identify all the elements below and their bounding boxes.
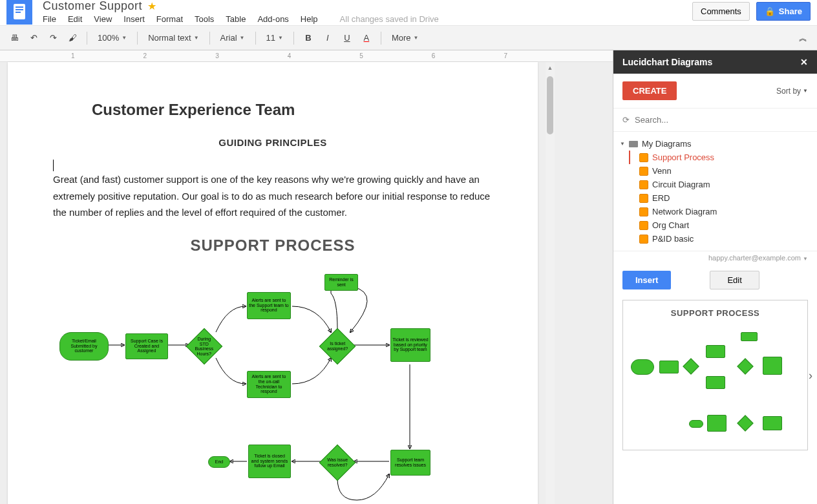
tree-item-pid[interactable]: P&ID basic [620, 232, 811, 246]
separator [137, 32, 138, 45]
search-input[interactable] [635, 111, 808, 129]
flow-closed: Ticket is closed and system sends follow… [248, 445, 291, 478]
title-block: Customer Support ★ File Edit View Insert… [43, 0, 692, 24]
next-preview-icon[interactable]: › [809, 368, 812, 382]
document-area: 1 2 3 4 5 6 7 Customer Experience Team G… [0, 50, 613, 504]
diagram-icon [639, 180, 648, 189]
preview-title: SUPPORT PROCESS [628, 308, 802, 318]
menu-tools[interactable]: Tools [195, 14, 214, 24]
tree-item-circuit[interactable]: Circuit Diagram [620, 178, 811, 191]
docs-logo[interactable] [6, 0, 32, 25]
tree-item-label: Circuit Diagram [652, 180, 710, 189]
diagram-icon [639, 153, 648, 162]
ruler-tick: 4 [288, 52, 292, 59]
redo-icon[interactable]: ↷ [45, 30, 61, 46]
diagram-icon [639, 235, 648, 244]
tree-item-orgchart[interactable]: Org Chart [620, 218, 811, 232]
underline-icon[interactable]: U [339, 30, 355, 46]
menu-edit[interactable]: Edit [68, 14, 82, 24]
flow-reviewed: Ticket is reviewed based on priority by … [390, 328, 430, 362]
ruler-tick: 6 [432, 52, 436, 59]
tree-item-network[interactable]: Network Diagram [620, 205, 811, 218]
menu-help[interactable]: Help [301, 14, 318, 24]
italic-icon[interactable]: I [320, 30, 335, 46]
flow-assigned-decision: Is ticket assigned? [319, 328, 356, 364]
menu-format[interactable]: Format [156, 14, 183, 24]
font-size-combo[interactable]: 11▼ [262, 33, 287, 43]
tree-item-label: P&ID basic [652, 234, 694, 244]
section-heading: SUPPORT PROCESS [53, 236, 493, 255]
tree-item-erd[interactable]: ERD [620, 191, 811, 205]
ruler[interactable]: 1 2 3 4 5 6 7 [0, 50, 613, 62]
zoom-combo[interactable]: 100%▼ [94, 33, 131, 43]
paint-format-icon[interactable]: 🖌 [65, 30, 80, 46]
separator [255, 32, 256, 45]
bold-icon[interactable]: B [301, 30, 316, 46]
diagram-icon [639, 221, 648, 230]
create-button[interactable]: CREATE [622, 81, 677, 100]
sortby-dropdown[interactable]: Sort by▼ [776, 87, 808, 96]
sidebar-title: Lucidchart Diagrams [622, 57, 712, 67]
flow-start: Ticket/Email Submitted by customer [59, 332, 109, 361]
flow-alert-support: Alerts are sent to the Support team to r… [247, 292, 291, 319]
doc-title[interactable]: Customer Support [43, 0, 142, 13]
tree-item-venn[interactable]: Venn [620, 164, 811, 178]
close-icon[interactable]: ✕ [800, 57, 808, 67]
font-combo[interactable]: Arial▼ [217, 33, 249, 43]
svg-rect-1 [16, 6, 23, 8]
lock-icon: 🔒 [765, 6, 775, 16]
preview-canvas [628, 326, 802, 442]
disclosure-icon[interactable]: ▼ [620, 141, 625, 147]
separator [293, 32, 294, 45]
diagram-preview[interactable]: SUPPORT PROCESS › [622, 300, 808, 450]
flowchart-diagram[interactable]: Ticket/Email Submitted by customer Suppo… [53, 274, 493, 505]
menu-file[interactable]: File [43, 14, 56, 24]
tree-item-support-process[interactable]: Support Process [620, 151, 811, 164]
tree-folder[interactable]: ▼ My Diagrams [620, 137, 811, 151]
comments-button[interactable]: Comments [692, 2, 750, 21]
menu-addons[interactable]: Add-ons [257, 14, 288, 24]
lucidchart-sidebar: Lucidchart Diagrams ✕ CREATE Sort by▼ ⟳ … [613, 50, 817, 504]
page-heading: Customer Experience Team [92, 101, 493, 119]
tree-item-label: Venn [652, 166, 672, 176]
diagram-icon [639, 194, 648, 203]
diagram-icon [639, 207, 648, 216]
print-icon[interactable]: 🖶 [6, 30, 22, 46]
text-cursor [53, 160, 54, 171]
insert-button[interactable]: Insert [622, 271, 671, 289]
share-button[interactable]: 🔒 Share [756, 2, 811, 21]
flow-alert-oncall: Alerts are sent to the on-call Technicia… [247, 371, 291, 398]
flow-resolves: Support team resolves issues [390, 450, 430, 476]
menu-insert[interactable]: Insert [123, 14, 145, 24]
ruler-tick: 1 [71, 52, 75, 59]
separator [209, 32, 210, 45]
star-icon[interactable]: ★ [147, 0, 156, 12]
flow-hours-decision: During STD Business Hours? [186, 328, 223, 364]
tree-item-label: Org Chart [652, 220, 689, 230]
scrollbar[interactable]: ▲ [546, 62, 555, 504]
scroll-thumb[interactable] [547, 76, 553, 134]
scroll-up-icon[interactable]: ▲ [547, 65, 553, 71]
undo-icon[interactable]: ↶ [26, 30, 41, 46]
sidebar-header: Lucidchart Diagrams ✕ [613, 50, 817, 74]
edit-button[interactable]: Edit [710, 271, 759, 289]
text-color-icon[interactable]: A [359, 30, 374, 46]
folder-label: My Diagrams [642, 139, 692, 149]
share-label: Share [779, 6, 802, 16]
paragraph-style-combo[interactable]: Normal text▼ [144, 33, 202, 43]
more-combo[interactable]: More▼ [388, 33, 423, 43]
document-page[interactable]: Customer Experience Team GUIDING PRINCIP… [8, 62, 538, 504]
toolbar: 🖶 ↶ ↷ 🖌 100%▼ Normal text▼ Arial▼ 11▼ B … [0, 26, 817, 50]
flow-case: Support Case is Created and Assigned [125, 333, 168, 359]
tree-item-label: ERD [652, 193, 670, 203]
ruler-tick: 2 [143, 52, 147, 59]
refresh-icon[interactable]: ⟳ [622, 115, 630, 125]
flow-reminder: Reminder is sent [324, 274, 358, 291]
menubar: File Edit View Insert Format Tools Table… [43, 14, 692, 24]
collapse-toolbar-icon[interactable]: ︽ [795, 30, 811, 46]
ruler-tick: 7 [504, 52, 507, 59]
menu-table[interactable]: Table [226, 14, 246, 24]
tree-item-label: Network Diagram [652, 207, 717, 216]
menu-view[interactable]: View [94, 14, 112, 24]
body-paragraph: Great (and fast) customer support is one… [53, 171, 493, 221]
